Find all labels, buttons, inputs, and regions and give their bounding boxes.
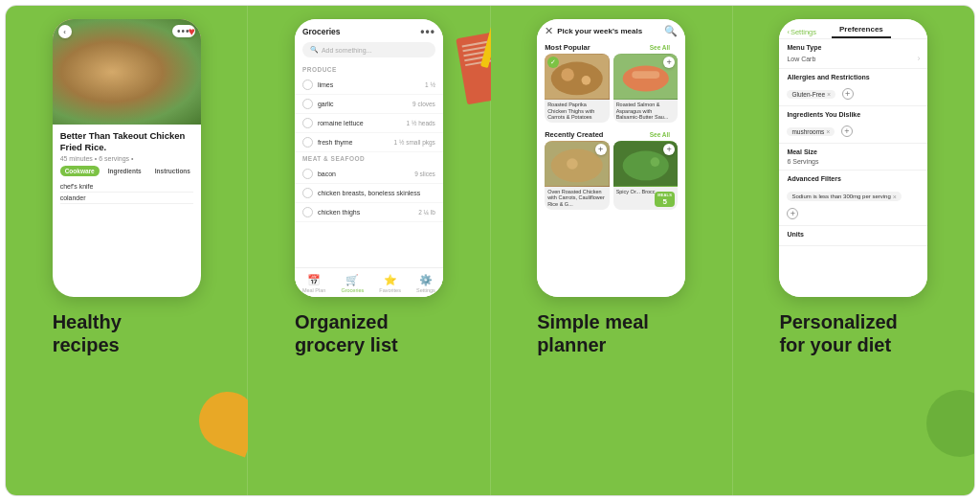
panel-healthy-recipes: ‹ ••• ♥ Better Than Takeout Chicken Frie… bbox=[6, 6, 248, 495]
meal-name: Roasted Paprika Chicken Thighs with Carr… bbox=[545, 100, 610, 123]
add-dislike-button[interactable]: + bbox=[841, 125, 853, 137]
meal-card-oven-roasted[interactable]: + Oven Roasted Chicken with Carrots, Cau… bbox=[545, 141, 610, 210]
tab-cookware[interactable]: Cookware bbox=[60, 166, 100, 176]
allergies-section: Allergies and Restrictions Gluten-Free ×… bbox=[779, 69, 927, 106]
item-checkbox[interactable] bbox=[302, 99, 313, 109]
svg-point-13 bbox=[582, 76, 591, 85]
meal-size-label: Meal Size bbox=[787, 148, 920, 155]
search-icon: 🔍 bbox=[310, 46, 319, 54]
tab-settings[interactable] bbox=[816, 25, 832, 38]
svg-point-9 bbox=[102, 55, 150, 89]
svg-point-11 bbox=[551, 62, 603, 96]
remove-filter-icon[interactable]: × bbox=[893, 194, 897, 200]
tab-preferences[interactable]: Preferences bbox=[832, 25, 891, 38]
item-checkbox[interactable] bbox=[302, 188, 313, 198]
item-checkbox[interactable] bbox=[302, 80, 313, 90]
phone-screen-1: ‹ ••• ♥ Better Than Takeout Chicken Frie… bbox=[53, 19, 201, 297]
svg-point-15 bbox=[622, 65, 668, 91]
recently-created-see-all[interactable]: See All bbox=[650, 131, 670, 138]
more-options-dots[interactable]: ••• bbox=[420, 25, 435, 38]
allergies-tags: Gluten-Free × + bbox=[787, 83, 920, 101]
back-label: Settings bbox=[791, 28, 816, 36]
meal-picker-topbar: ✕ Pick your week's meals 🔍 bbox=[537, 19, 685, 41]
meal-card-salmon[interactable]: + Roasted Salmon & Asparagus with Balsam… bbox=[613, 54, 679, 123]
tab-instructions[interactable]: Instructions bbox=[150, 166, 195, 176]
add-filter-button[interactable]: + bbox=[787, 208, 798, 219]
chevron-left-icon: ‹ bbox=[787, 28, 790, 36]
panel-personalized-diet: ‹ Settings Preferences Menu Type Low Car… bbox=[733, 6, 974, 495]
settings-tabs-bar: ‹ Settings Preferences bbox=[779, 19, 927, 39]
panel-meal-planner: ✕ Pick your week's meals 🔍 Most Popular … bbox=[491, 6, 733, 495]
sodium-filter-tag[interactable]: Sodium is less than 300mg per serving × bbox=[787, 192, 901, 201]
mushrooms-tag[interactable]: mushrooms × bbox=[787, 127, 835, 136]
bottom-navigation: 📅 Meal Plan 🛒 Groceries ⭐ Favorites ⚙️ S… bbox=[295, 267, 443, 297]
nav-meal-plan-label: Meal Plan bbox=[302, 287, 325, 293]
produce-section-label: PRODUCE bbox=[295, 63, 443, 76]
allergies-label: Allergies and Restrictions bbox=[787, 74, 920, 80]
nav-favorites[interactable]: ⭐ Favorites bbox=[379, 274, 401, 293]
meal-name: Oven Roasted Chicken with Carrots, Cauli… bbox=[545, 187, 610, 210]
meat-section-label: MEAT & SEAFOOD bbox=[295, 152, 443, 165]
panel-grocery-list: Groceries ••• 🔍 Add something... PRODUCE… bbox=[248, 6, 490, 495]
most-popular-label: Most Popular bbox=[545, 43, 590, 52]
nav-settings[interactable]: ⚙️ Settings bbox=[416, 274, 435, 293]
meals-count-badge: MEALS 5 bbox=[655, 192, 675, 207]
menu-type-label: Menu Type bbox=[787, 44, 920, 51]
grocery-item-garlic: garlic 9 cloves bbox=[295, 95, 443, 114]
phone-screen-2: Groceries ••• 🔍 Add something... PRODUCE… bbox=[295, 19, 443, 297]
dislikes-section: Ingredients You Dislike mushrooms × + bbox=[779, 106, 927, 144]
add-something-input[interactable]: 🔍 Add something... bbox=[302, 42, 435, 57]
favorite-heart-icon[interactable]: ♥ bbox=[189, 25, 195, 38]
recently-created-meals: + Oven Roasted Chicken with Carrots, Cau… bbox=[537, 141, 685, 216]
nav-groceries[interactable]: 🛒 Groceries bbox=[341, 274, 364, 293]
tab-ingredients[interactable]: Ingredients bbox=[103, 166, 146, 176]
remove-tag-icon[interactable]: × bbox=[826, 128, 830, 135]
grocery-item-romaine: romaine lettuce 1 ½ heads bbox=[295, 114, 443, 133]
back-button[interactable]: ‹ bbox=[58, 25, 72, 38]
nav-groceries-label: Groceries bbox=[341, 287, 364, 293]
grocery-item-chicken-thighs: chicken thighs 2 ¼ lb bbox=[295, 203, 443, 222]
phone-screen-4: ‹ Settings Preferences Menu Type Low Car… bbox=[779, 19, 927, 297]
close-button[interactable]: ✕ bbox=[545, 25, 553, 37]
item-checkbox[interactable] bbox=[302, 207, 313, 217]
settings-back-button[interactable]: ‹ Settings bbox=[787, 25, 816, 38]
units-section: Units bbox=[779, 226, 927, 246]
grocery-item-thyme: fresh thyme 1 ½ small pkgs bbox=[295, 133, 443, 152]
advanced-filters-section: Advanced Filters Sodium is less than 300… bbox=[779, 171, 927, 226]
dislikes-label: Ingredients You Dislike bbox=[787, 111, 920, 118]
most-popular-see-all[interactable]: See All bbox=[650, 44, 670, 51]
phone-mockup-2: Groceries ••• 🔍 Add something... PRODUCE… bbox=[295, 19, 443, 297]
phone-mockup-3: ✕ Pick your week's meals 🔍 Most Popular … bbox=[537, 19, 685, 297]
nav-settings-label: Settings bbox=[416, 287, 435, 293]
groceries-header: Groceries ••• bbox=[295, 19, 443, 42]
advanced-filters-label: Advanced Filters bbox=[787, 175, 920, 182]
gluten-free-tag[interactable]: Gluten-Free × bbox=[787, 90, 835, 99]
nav-meal-plan[interactable]: 📅 Meal Plan bbox=[302, 274, 325, 293]
meal-plan-icon: 📅 bbox=[307, 274, 321, 286]
svg-point-21 bbox=[622, 150, 668, 180]
meal-card-spicy[interactable]: + Spicy Or... Brocc... MEALS 5 bbox=[613, 141, 679, 210]
add-allergy-button[interactable]: + bbox=[842, 88, 854, 100]
meal-size-section: Meal Size 6 Servings bbox=[779, 144, 927, 171]
meal-picker-title: Pick your week's meals bbox=[557, 27, 660, 35]
meal-card-paprika-chicken[interactable]: ✓ Roasted Paprika Chicken Thighs with Ca… bbox=[545, 54, 610, 123]
panel-2-label: Organizedgrocery list bbox=[295, 310, 443, 356]
settings-icon: ⚙️ bbox=[419, 274, 433, 286]
search-icon[interactable]: 🔍 bbox=[664, 25, 678, 37]
item-checkbox[interactable] bbox=[302, 169, 313, 179]
grocery-item-chicken-breasts: chicken breasts, boneless skinless bbox=[295, 184, 443, 203]
nav-favorites-label: Favorites bbox=[379, 287, 401, 293]
panel-1-label: Healthyrecipes bbox=[53, 310, 201, 356]
meal-size-value[interactable]: 6 Servings bbox=[787, 158, 920, 165]
meal-name: Roasted Salmon & Asparagus with Balsamic… bbox=[613, 100, 679, 123]
item-checkbox[interactable] bbox=[302, 118, 313, 128]
add-meal-button[interactable]: + bbox=[595, 144, 607, 155]
remove-tag-icon[interactable]: × bbox=[827, 91, 831, 98]
menu-type-value[interactable]: Low Carb › bbox=[787, 54, 920, 63]
panel-3-label: Simple mealplanner bbox=[537, 310, 685, 356]
groceries-title: Groceries bbox=[302, 27, 341, 36]
svg-point-8 bbox=[121, 78, 128, 85]
item-checkbox[interactable] bbox=[302, 137, 313, 148]
svg-point-7 bbox=[105, 72, 115, 81]
add-meal-button[interactable]: + bbox=[663, 144, 675, 155]
